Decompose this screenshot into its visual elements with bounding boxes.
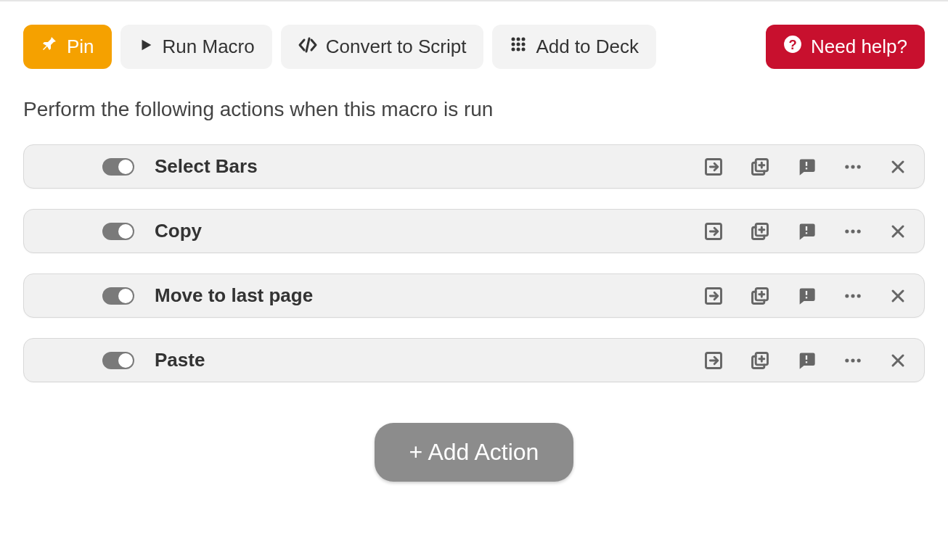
- svg-point-44: [851, 358, 854, 362]
- svg-point-35: [851, 294, 854, 297]
- close-icon[interactable]: [889, 352, 907, 369]
- code-icon: [298, 36, 317, 58]
- svg-point-2: [517, 38, 520, 41]
- svg-point-5: [517, 43, 520, 46]
- svg-rect-15: [806, 168, 807, 169]
- run-macro-button[interactable]: Run Macro: [120, 25, 272, 69]
- enter-icon[interactable]: [703, 286, 724, 306]
- svg-point-34: [845, 294, 849, 297]
- svg-point-6: [522, 43, 526, 46]
- svg-rect-41: [806, 355, 807, 360]
- svg-point-45: [857, 358, 861, 362]
- svg-point-26: [851, 229, 854, 233]
- close-icon[interactable]: [889, 158, 907, 176]
- svg-line-0: [306, 38, 309, 52]
- action-toggle[interactable]: [102, 158, 134, 176]
- svg-rect-14: [806, 162, 807, 166]
- enter-icon[interactable]: [703, 221, 724, 242]
- pin-icon: [41, 36, 58, 58]
- need-help-button[interactable]: ? Need help?: [766, 25, 925, 69]
- play-icon: [138, 36, 154, 58]
- svg-point-36: [857, 294, 861, 297]
- svg-rect-24: [806, 232, 807, 234]
- svg-point-43: [845, 358, 849, 362]
- svg-point-27: [857, 229, 861, 233]
- action-label: Move to last page: [155, 284, 313, 307]
- action-label: Copy: [155, 220, 202, 242]
- svg-point-8: [517, 48, 520, 52]
- duplicate-icon[interactable]: [750, 350, 770, 371]
- help-icon: ?: [783, 35, 802, 59]
- enter-icon[interactable]: [703, 350, 724, 371]
- svg-point-9: [522, 48, 526, 52]
- duplicate-icon[interactable]: [750, 221, 770, 242]
- action-row: Move to last page: [23, 273, 925, 318]
- svg-point-17: [851, 165, 854, 168]
- feedback-icon[interactable]: [796, 350, 817, 371]
- feedback-icon[interactable]: [796, 286, 817, 306]
- run-macro-label: Run Macro: [163, 36, 255, 58]
- action-row: Select Bars: [23, 144, 925, 189]
- svg-rect-23: [806, 226, 807, 231]
- duplicate-icon[interactable]: [750, 286, 770, 306]
- svg-rect-42: [806, 361, 807, 363]
- feedback-icon[interactable]: [796, 157, 817, 177]
- toolbar: Pin Run Macro Convert to Script: [23, 25, 925, 69]
- add-to-deck-button[interactable]: Add to Deck: [492, 25, 656, 69]
- add-to-deck-label: Add to Deck: [536, 36, 639, 58]
- action-toggle[interactable]: [102, 352, 134, 369]
- close-icon[interactable]: [889, 287, 907, 305]
- enter-icon[interactable]: [703, 157, 724, 177]
- action-toggle[interactable]: [102, 223, 134, 240]
- action-label: Paste: [155, 349, 205, 371]
- svg-rect-33: [806, 297, 807, 298]
- svg-point-25: [845, 229, 849, 233]
- more-icon[interactable]: [843, 157, 863, 177]
- more-icon[interactable]: [843, 350, 863, 371]
- duplicate-icon[interactable]: [750, 157, 770, 177]
- action-row: Paste: [23, 338, 925, 382]
- instruction-text: Perform the following actions when this …: [23, 98, 925, 121]
- svg-point-4: [512, 43, 515, 46]
- pin-button[interactable]: Pin: [23, 25, 112, 69]
- svg-rect-32: [806, 291, 807, 295]
- pin-label: Pin: [67, 36, 94, 58]
- action-toggle[interactable]: [102, 287, 134, 305]
- need-help-label: Need help?: [811, 36, 907, 58]
- add-action-button[interactable]: + Add Action: [375, 423, 574, 482]
- svg-point-18: [857, 165, 861, 168]
- convert-script-label: Convert to Script: [326, 36, 467, 58]
- close-icon[interactable]: [889, 223, 907, 240]
- action-row: Copy: [23, 209, 925, 253]
- action-label: Select Bars: [155, 155, 258, 178]
- svg-point-16: [845, 165, 849, 168]
- svg-point-7: [512, 48, 515, 52]
- svg-point-1: [512, 38, 515, 41]
- feedback-icon[interactable]: [796, 221, 817, 242]
- svg-point-3: [522, 38, 526, 41]
- convert-script-button[interactable]: Convert to Script: [281, 25, 484, 69]
- more-icon[interactable]: [843, 221, 863, 242]
- grid-icon: [510, 36, 527, 58]
- more-icon[interactable]: [843, 286, 863, 306]
- svg-text:?: ?: [788, 37, 796, 52]
- actions-list: Select Bars: [23, 144, 925, 382]
